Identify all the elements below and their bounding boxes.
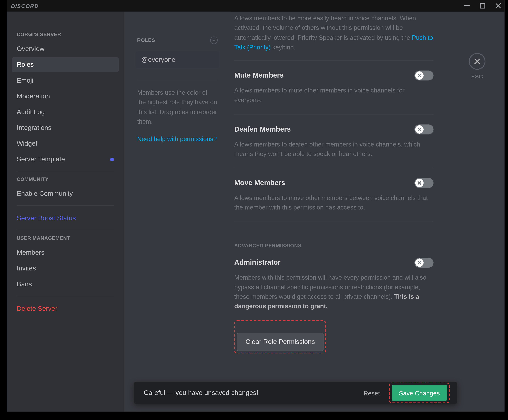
permission-desc: Allows members to deafen other members i… [234, 139, 433, 159]
sidebar-item-label: Invites [17, 265, 36, 272]
toggle-administrator[interactable] [414, 258, 433, 267]
role-item-everyone[interactable]: @everyone [135, 52, 219, 68]
roles-help-text: Members use the color of the highest rol… [135, 88, 219, 126]
unsaved-changes-bar: Careful — you have unsaved changes! Rese… [134, 382, 457, 404]
maximize-icon[interactable] [480, 3, 486, 9]
sidebar-item-label: Roles [17, 61, 34, 68]
minimize-icon[interactable] [464, 3, 470, 9]
content: CORGI'S SERVER Overview Roles Emoji Mode… [7, 12, 505, 412]
permissions-panel: Allows members to be more easily heard i… [231, 12, 505, 412]
role-label: @everyone [141, 56, 175, 64]
close-settings-button[interactable] [469, 53, 486, 70]
sidebar-item-integrations[interactable]: Integrations [12, 120, 119, 135]
close-settings: ESC [469, 53, 486, 80]
user-management-header: USER MANAGEMENT [12, 235, 119, 244]
toggle-deafen-members[interactable] [414, 124, 433, 134]
highlight-annotation: Save Changes [389, 383, 450, 403]
unsaved-changes-message: Careful — you have unsaved changes! [144, 389, 258, 397]
sidebar-item-emoji[interactable]: Emoji [12, 73, 119, 88]
save-changes-button[interactable]: Save Changes [391, 385, 447, 401]
community-header: COMMUNITY [12, 176, 119, 185]
sidebar-item-members[interactable]: Members [12, 245, 119, 260]
sidebar-item-label: Moderation [17, 92, 50, 100]
title-bar: DISCORD [7, 0, 505, 12]
sidebar-item-label: Widget [17, 140, 37, 147]
permission-desc: Members with this permission will have e… [234, 272, 433, 311]
add-role-icon[interactable]: + [210, 37, 218, 44]
svg-rect-1 [480, 4, 485, 8]
sidebar-item-label: Overview [17, 45, 45, 53]
advanced-permissions-header: ADVANCED PERMISSIONS [234, 243, 433, 248]
esc-label: ESC [471, 74, 483, 80]
priority-desc-text: Allows members to be more easily heard i… [234, 15, 416, 41]
permission-title: Deafen Members [234, 125, 291, 133]
sidebar-item-label: Enable Community [17, 190, 73, 198]
sidebar-item-widget[interactable]: Widget [12, 136, 119, 151]
close-icon [473, 58, 481, 65]
sidebar-item-label: Audit Log [17, 108, 45, 116]
sidebar-item-roles[interactable]: Roles [12, 57, 119, 72]
toggle-move-members[interactable] [414, 178, 433, 188]
permission-desc: Allows members to move other members bet… [234, 193, 433, 212]
sidebar-item-bans[interactable]: Bans [12, 277, 119, 292]
permission-title: Mute Members [234, 71, 284, 80]
toggle-mute-members[interactable] [414, 71, 433, 81]
permission-row-move-members: Move Members Allows members to move othe… [234, 168, 433, 221]
toggle-knob-off-icon [415, 125, 424, 133]
permission-title: Move Members [234, 179, 285, 187]
permission-row-deafen-members: Deafen Members Allows members to deafen … [234, 114, 433, 168]
priority-speaker-description: Allows members to be more easily heard i… [234, 12, 433, 60]
roles-header: ROLES [137, 37, 155, 43]
sidebar-item-invites[interactable]: Invites [12, 261, 119, 276]
sidebar-item-enable-community[interactable]: Enable Community [12, 186, 119, 201]
clear-role-permissions-button[interactable]: Clear Role Permissions [237, 333, 323, 351]
toggle-knob-off-icon [415, 179, 424, 187]
settings-sidebar: CORGI'S SERVER Overview Roles Emoji Mode… [7, 12, 124, 412]
divider [17, 296, 114, 296]
window: DISCORD CORGI'S SERVER Overview Roles Em… [7, 0, 505, 412]
permissions-help-link[interactable]: Need help with permissions? [135, 135, 218, 142]
divider [17, 171, 114, 171]
permission-row-mute-members: Mute Members Allows members to mute othe… [234, 60, 433, 114]
sidebar-item-label: Server Boost Status [17, 214, 76, 222]
toggle-knob-off-icon [415, 71, 424, 80]
permission-title: Administrator [234, 258, 281, 266]
divider [17, 206, 114, 206]
highlight-annotation: Clear Role Permissions [234, 320, 326, 353]
sidebar-item-boost-status[interactable]: Server Boost Status [12, 211, 119, 226]
permission-desc: Allows members to mute other members in … [234, 86, 433, 105]
divider [17, 230, 114, 230]
sidebar-item-label: Emoji [17, 77, 33, 84]
roles-panel: ROLES + @everyone Members use the color … [124, 12, 231, 412]
sidebar-item-overview[interactable]: Overview [12, 42, 119, 56]
priority-desc-suffix: keybind. [272, 44, 296, 51]
sidebar-item-label: Members [17, 249, 45, 256]
sidebar-item-server-template[interactable]: Server Template [12, 152, 119, 167]
close-icon[interactable] [495, 3, 501, 9]
sidebar-item-label: Delete Server [17, 305, 57, 312]
sidebar-item-audit-log[interactable]: Audit Log [12, 104, 119, 119]
server-name-header: CORGI'S SERVER [12, 31, 119, 41]
app-brand: DISCORD [11, 3, 39, 9]
window-controls [464, 3, 501, 9]
toggle-knob-off-icon [415, 258, 424, 266]
sidebar-item-label: Server Template [17, 156, 65, 163]
sidebar-item-label: Bans [17, 280, 32, 288]
sidebar-item-delete-server[interactable]: Delete Server [12, 301, 119, 316]
divider [137, 80, 217, 80]
sidebar-item-label: Integrations [17, 124, 52, 132]
sidebar-item-moderation[interactable]: Moderation [12, 89, 119, 104]
reset-button[interactable]: Reset [364, 389, 380, 397]
notification-dot-icon [110, 157, 114, 161]
